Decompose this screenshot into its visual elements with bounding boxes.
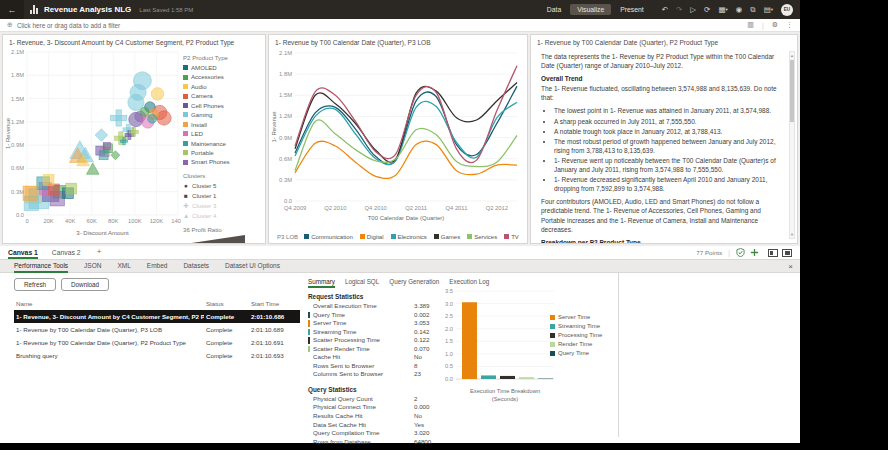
- data-quality-icon[interactable]: [736, 248, 745, 257]
- column-header-name[interactable]: Name: [14, 298, 204, 310]
- line-chart[interactable]: 2.1M1.8M1.5M1.2M0.9M0.6M0.3M0.0Q4 2009Q2…: [269, 47, 525, 227]
- svg-text:Q4 2009: Q4 2009: [284, 205, 306, 211]
- dev-tab-datasets[interactable]: Datasets: [183, 260, 209, 273]
- legend-item-portable[interactable]: Portable: [183, 148, 259, 157]
- scrollbar-thumb[interactable]: [790, 60, 794, 122]
- narrative-scrollbar[interactable]: ▲ ▼: [789, 51, 795, 239]
- dev-tab-xml[interactable]: XML: [117, 260, 130, 273]
- add-filter-icon[interactable]: ⊕: [7, 21, 13, 29]
- bar-legend-item-streaming-time[interactable]: Streaming Time: [550, 322, 602, 331]
- legend-item-maintenance[interactable]: Maintenance: [183, 139, 259, 148]
- panel-splitter[interactable]: [618, 273, 619, 437]
- legend-item-gaming[interactable]: Gaming: [183, 110, 259, 119]
- mode-tab-data[interactable]: Data: [540, 4, 568, 15]
- scatter-point[interactable]: [123, 138, 125, 145]
- bar-render-time[interactable]: [519, 377, 534, 379]
- scatter-point[interactable]: [99, 151, 108, 160]
- refresh-icon[interactable]: ⟳: [704, 6, 710, 14]
- bar-server-time[interactable]: [462, 302, 477, 379]
- legend-item-cell-phones[interactable]: Cell Phones: [183, 101, 259, 110]
- canvas-tab-canvas-2[interactable]: Canvas 2: [52, 247, 81, 259]
- table-row[interactable]: 1- Revenue by T00 Calendar Date (Quarter…: [14, 323, 300, 336]
- canvas-tab-canvas-1[interactable]: Canvas 1: [8, 247, 38, 259]
- cluster-item-cluster-5[interactable]: ●Cluster 5: [183, 181, 259, 191]
- trend-bullet-list: The lowest point in 1- Revenue was attai…: [541, 106, 781, 193]
- filter-bar[interactable]: ⊕ Click here or drag data to add a filte…: [0, 19, 800, 32]
- download-button[interactable]: Download: [61, 278, 109, 291]
- table-row[interactable]: 1- Revenue by T00 Calendar Date (Quarter…: [14, 336, 300, 349]
- dev-tab-dataset-ui-options[interactable]: Dataset UI Options: [225, 260, 280, 273]
- cluster-item-cluster-4[interactable]: ▲Cluster 4: [183, 211, 259, 221]
- table-row[interactable]: Brushing queryComplete2:01:10.693: [14, 349, 300, 362]
- line-legend-item-games[interactable]: Games: [434, 234, 460, 240]
- line-legend-item-tv[interactable]: TV: [504, 234, 519, 240]
- bar-legend-item-processing-time[interactable]: Processing Time: [550, 331, 602, 340]
- scatter-point[interactable]: [66, 183, 77, 194]
- legend-item-camera[interactable]: Camera: [183, 91, 259, 100]
- summary-tab-summary[interactable]: Summary: [308, 277, 335, 288]
- line-legend-item-digital[interactable]: Digital: [360, 234, 384, 240]
- refresh-button[interactable]: Refresh: [14, 278, 56, 291]
- scatter-viz-panel[interactable]: 1- Revenue, 3- Discount Amount by C4 Cus…: [2, 34, 266, 244]
- layout-right-icon[interactable]: [782, 249, 792, 257]
- redo-icon[interactable]: ↷: [676, 6, 682, 14]
- legend-item-amoled[interactable]: AMOLED: [183, 63, 259, 72]
- mode-tab-visualize[interactable]: Visualize: [570, 4, 611, 15]
- bar-legend-item-server-time[interactable]: Server Time: [550, 313, 602, 322]
- layout-left-icon[interactable]: [768, 249, 778, 257]
- legend-item-smart-phones[interactable]: Smart Phones: [183, 157, 259, 166]
- table-row[interactable]: 1- Revenue, 3- Discount Amount by C4 Cus…: [14, 310, 300, 323]
- scatter-point[interactable]: [116, 110, 121, 126]
- add-canvas-button[interactable]: +: [95, 248, 104, 257]
- column-header-start-time[interactable]: Start Time: [249, 298, 300, 310]
- line-series-games[interactable]: [295, 83, 517, 163]
- canvas-settings-icon[interactable]: ▦▾: [718, 6, 727, 14]
- scatter-point[interactable]: [103, 142, 110, 149]
- pin-icon[interactable]: ◉: [736, 6, 743, 14]
- bar-legend-item-render-time[interactable]: Render Time: [550, 340, 602, 349]
- summary-tab-logical-sql[interactable]: Logical SQL: [345, 277, 379, 288]
- mode-tab-present[interactable]: Present: [613, 4, 650, 15]
- legend-item-accessories[interactable]: Accessories: [183, 72, 259, 81]
- scroll-down-arrow[interactable]: ▼: [790, 231, 794, 238]
- line-legend-item-communication[interactable]: Communication: [304, 234, 353, 240]
- scatter-point[interactable]: [43, 175, 54, 186]
- run-icon[interactable]: ▷: [690, 6, 696, 14]
- undo-icon[interactable]: ↶: [662, 6, 668, 14]
- close-panel-icon[interactable]: ×: [788, 262, 793, 271]
- scroll-up-arrow[interactable]: ▲: [790, 52, 794, 59]
- export-icon[interactable]: ⧉: [750, 6, 755, 14]
- legend-item-led[interactable]: LED: [183, 129, 259, 138]
- dev-tab-embed[interactable]: Embed: [147, 260, 168, 273]
- cluster-item-cluster-1[interactable]: ■Cluster 1: [183, 191, 259, 201]
- scatter-point[interactable]: [157, 111, 171, 125]
- line-legend-item-services[interactable]: Services: [467, 234, 497, 240]
- bar-legend-item-query-time[interactable]: Query Time: [550, 349, 602, 358]
- cluster-item-cluster-3[interactable]: ✚Cluster 3: [183, 201, 259, 211]
- legend-item-audio[interactable]: Audio: [183, 82, 259, 91]
- scatter-chart[interactable]: 2.1M1.8M1.5M1.2M0.9M0.6M0.3M0.0020K40K60…: [3, 47, 181, 241]
- line-legend-item-electronics[interactable]: Electronics: [391, 234, 427, 240]
- scatter-point[interactable]: [140, 107, 149, 116]
- column-header-status[interactable]: Status: [204, 298, 249, 310]
- viz-grammar-icon[interactable]: ▥: [747, 21, 754, 29]
- narrative-viz-panel[interactable]: 1- Revenue by T00 Calendar Date (Quarter…: [530, 34, 798, 244]
- scatter-point[interactable]: [151, 88, 164, 101]
- add-insight-icon[interactable]: [750, 248, 759, 257]
- user-avatar[interactable]: EU: [781, 4, 793, 16]
- scatter-point[interactable]: [148, 114, 157, 123]
- back-button[interactable]: ←: [0, 0, 24, 19]
- scatter-point[interactable]: [132, 127, 135, 136]
- line-viz-panel[interactable]: 1- Revenue by T00 Calendar Date (Quarter…: [268, 34, 528, 244]
- menu-kebab-icon[interactable]: ⋮: [786, 21, 793, 29]
- dev-tab-json[interactable]: JSON: [84, 260, 101, 273]
- settings-gear-icon[interactable]: ⚙: [772, 21, 778, 29]
- line-series-electronics[interactable]: [295, 101, 517, 164]
- legend-item-install[interactable]: Install: [183, 120, 259, 129]
- save-icon[interactable]: ▤▾: [764, 6, 773, 14]
- svg-text:3.0: 3.0: [445, 301, 453, 307]
- scatter-point[interactable]: [23, 186, 37, 200]
- bar-streaming-time[interactable]: [481, 375, 496, 379]
- bar-processing-time[interactable]: [500, 376, 515, 379]
- dev-tab-performance-tools[interactable]: Performance Tools: [14, 260, 68, 273]
